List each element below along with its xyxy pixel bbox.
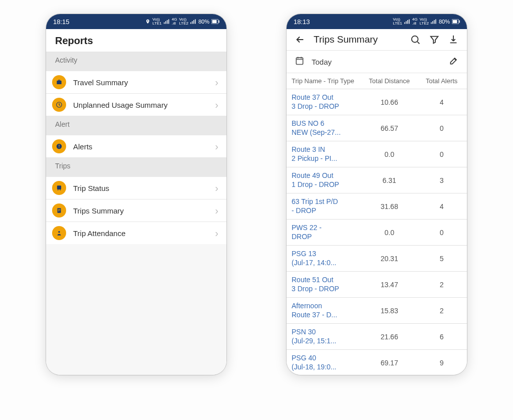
status-bar: 18:15 Vo))LTE1 4G.ıll Vo))LTE2 80% xyxy=(46,14,226,29)
cell-distance: 20.31 xyxy=(362,251,416,267)
cell-trip-name[interactable]: BUS NO 6NEW (Sep-27... xyxy=(287,115,362,141)
chevron-right-icon: › xyxy=(215,182,218,194)
table-row[interactable]: PWS 22 -DROP0.00 xyxy=(287,220,467,246)
date-filter-row[interactable]: Today xyxy=(287,51,467,73)
list-item-trips-summary[interactable]: Trips Summary › xyxy=(46,199,226,222)
chevron-right-icon: › xyxy=(215,228,218,239)
cell-trip-name[interactable]: PWS 22 -DROP xyxy=(287,220,362,245)
status-battery-text: 80% xyxy=(439,19,450,25)
search-icon xyxy=(410,34,421,45)
svg-rect-4 xyxy=(190,23,191,24)
cell-trip-name[interactable]: AfternoonRoute 37 - D... xyxy=(287,298,362,323)
list-item-alerts[interactable]: Alerts › xyxy=(46,135,226,158)
svg-rect-32 xyxy=(453,20,457,23)
trips-table[interactable]: Trip Name - Trip Type Total Distance Tot… xyxy=(287,73,467,375)
svg-rect-14 xyxy=(59,147,59,148)
edit-date-button[interactable] xyxy=(449,56,459,68)
list-item-travel-summary[interactable]: Travel Summary › xyxy=(46,71,226,94)
section-header-trips: Trips xyxy=(46,158,226,177)
table-row[interactable]: Route 3 IN2 Pickup - PI...0.00 xyxy=(287,141,467,167)
svg-rect-10 xyxy=(218,21,219,23)
back-button[interactable] xyxy=(295,34,306,45)
list-item-trip-attendance[interactable]: Trip Attendance › xyxy=(46,222,226,244)
cell-trip-name[interactable]: Route 51 Out3 Drop - DROP xyxy=(287,272,362,297)
download-button[interactable] xyxy=(448,34,459,45)
cell-trip-name[interactable]: PSN 30(Jul-29, 15:1... xyxy=(287,324,362,349)
cell-alerts: 0 xyxy=(416,120,467,136)
status-bar: 18:13 Vo))LTE1 4G.ıll Vo))LTE2 80% xyxy=(287,14,467,29)
svg-point-17 xyxy=(60,189,61,190)
svg-rect-7 xyxy=(195,20,196,24)
search-button[interactable] xyxy=(410,34,421,45)
svg-rect-5 xyxy=(192,21,193,24)
location-icon xyxy=(145,19,150,24)
th-trip-name: Trip Name - Trip Type xyxy=(287,73,362,89)
svg-point-22 xyxy=(58,231,60,233)
signal-icon xyxy=(404,19,410,24)
table-row[interactable]: AfternoonRoute 37 - D...15.832 xyxy=(287,298,467,324)
cell-alerts: 2 xyxy=(416,303,467,319)
list-label: Trips Summary xyxy=(73,206,208,215)
reports-body[interactable]: Activity Travel Summary › Unplanned Usag… xyxy=(46,52,226,375)
signal-icon xyxy=(164,19,170,24)
cell-distance: 31.68 xyxy=(362,198,416,215)
svg-rect-26 xyxy=(409,20,410,24)
list-item-unplanned-usage[interactable]: Unplanned Usage Summary › xyxy=(46,94,226,116)
svg-rect-30 xyxy=(435,20,436,24)
svg-rect-6 xyxy=(193,20,194,24)
svg-rect-21 xyxy=(58,211,60,212)
chevron-right-icon: › xyxy=(215,99,218,111)
person-icon xyxy=(52,226,66,240)
svg-rect-25 xyxy=(407,20,408,24)
page-title-reports: Reports xyxy=(46,29,226,52)
cell-distance: 66.57 xyxy=(362,120,416,136)
cell-alerts: 2 xyxy=(416,277,467,293)
app-bar-trips: Trips Summary xyxy=(287,29,467,51)
table-row[interactable]: Route 51 Out3 Drop - DROP13.472 xyxy=(287,272,467,298)
section-header-activity: Activity xyxy=(46,52,226,71)
filter-icon xyxy=(429,34,440,45)
th-distance: Total Distance xyxy=(362,73,416,89)
svg-rect-35 xyxy=(296,58,303,64)
cell-distance: 10.66 xyxy=(362,94,416,110)
table-row[interactable]: BUS NO 6NEW (Sep-27...66.570 xyxy=(287,115,467,141)
cell-trip-name[interactable]: PSG 13(Jul-17, 14:0... xyxy=(287,246,362,271)
cell-trip-name[interactable]: 63 Trip 1st P/D- DROP xyxy=(287,193,362,219)
cell-distance: 0.0 xyxy=(362,225,416,241)
table-row[interactable]: 63 Trip 1st P/D- DROP31.684 xyxy=(287,193,467,220)
list-label: Trip Attendance xyxy=(73,229,208,238)
table-body: Route 37 Out3 Drop - DROP10.664BUS NO 6N… xyxy=(287,89,467,375)
cell-trip-name[interactable]: Route 37 Out3 Drop - DROP xyxy=(287,89,362,115)
filter-button[interactable] xyxy=(429,34,440,45)
svg-rect-20 xyxy=(58,210,61,211)
table-row[interactable]: PSG 13(Jul-17, 14:0...20.315 xyxy=(287,246,467,272)
svg-rect-2 xyxy=(167,20,168,24)
table-row[interactable]: Route 37 Out3 Drop - DROP10.664 xyxy=(287,89,467,115)
svg-rect-27 xyxy=(431,23,432,24)
table-row[interactable]: PSN 30(Jul-29, 15:1...21.666 xyxy=(287,324,467,350)
svg-rect-15 xyxy=(57,185,61,189)
cell-distance: 69.17 xyxy=(362,355,416,371)
table-row[interactable]: Route 49 Out1 Drop - DROP6.313 xyxy=(287,167,467,193)
page-title-trips: Trips Summary xyxy=(314,34,402,45)
svg-point-16 xyxy=(58,189,59,190)
cell-alerts: 0 xyxy=(416,225,467,241)
svg-point-34 xyxy=(412,36,418,43)
cell-trip-name[interactable]: Route 3 IN2 Pickup - PI... xyxy=(287,141,362,167)
cell-trip-name[interactable]: Route 49 Out1 Drop - DROP xyxy=(287,167,362,193)
list-item-trip-status[interactable]: Trip Status › xyxy=(46,177,226,199)
cell-distance: 0.0 xyxy=(362,146,416,162)
svg-rect-9 xyxy=(212,20,217,23)
chevron-right-icon: › xyxy=(215,205,218,217)
clock-icon xyxy=(52,98,66,112)
svg-rect-18 xyxy=(58,208,61,213)
table-header: Trip Name - Trip Type Total Distance Tot… xyxy=(287,73,467,89)
cell-alerts: 5 xyxy=(416,251,467,267)
cell-alerts: 9 xyxy=(416,355,467,371)
status-battery-text: 80% xyxy=(198,19,209,25)
table-row[interactable]: PSG 40(Jul-18, 19:0...69.179 xyxy=(287,350,467,375)
svg-rect-19 xyxy=(58,209,61,209)
battery-icon xyxy=(211,19,219,24)
cell-distance: 15.83 xyxy=(362,303,416,319)
cell-trip-name[interactable]: PSG 40(Jul-18, 19:0... xyxy=(287,350,362,375)
